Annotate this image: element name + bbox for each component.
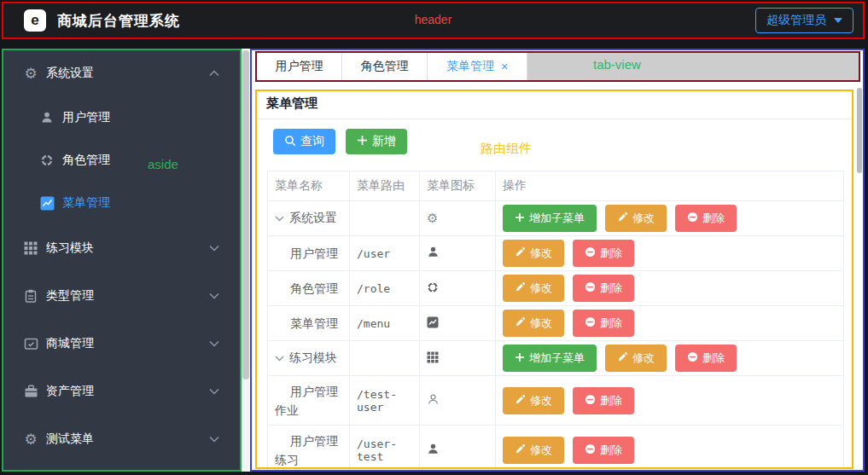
sidebar-item-practice-module[interactable]: 练习模块 [3,224,240,272]
minus-circle-icon [585,443,596,457]
sidebar-item-label: 菜单管理 [62,195,110,211]
menu-route: /user [350,236,420,271]
table-row: 系统设置 ⚙ 增加子菜单 修改 删除 [268,201,844,236]
route-component: 菜单管理 查询 新增 路由组件 菜单名称 菜单路由 菜单图标 操作 [255,90,853,469]
tab-bar: 用户管理 角色管理 菜单管理 × [255,51,860,82]
delete-button[interactable]: 删除 [573,387,634,414]
delete-button[interactable]: 删除 [573,437,634,464]
sidebar-item-menu-management[interactable]: 菜单管理 [3,182,240,224]
minus-circle-icon [687,351,698,365]
user-solid-icon [427,444,440,458]
chevron-down-icon [209,245,219,252]
sidebar-item-label: 商城管理 [46,336,94,351]
edit-button[interactable]: 修改 [503,387,564,414]
add-button[interactable]: 新增 [346,129,407,154]
table-row: 用户管理 /user 修改 删除 [268,236,844,271]
edit-icon [617,351,628,365]
sidebar-item-type-management[interactable]: 类型管理 [3,272,240,320]
menu-name: 用户管理 [275,244,349,263]
menu-route [350,201,420,236]
minus-circle-icon [585,246,596,260]
chevron-down-icon [209,388,219,395]
sidebar-item-mall-management[interactable]: 商城管理 [3,320,240,368]
sidebar-item-role-management[interactable]: 角色管理 [3,139,240,182]
edit-button[interactable]: 修改 [605,205,667,232]
col-header-actions: 操作 [496,171,844,201]
menu-table: 菜单名称 菜单路由 菜单图标 操作 系统设置 ⚙ 增加子菜单 [267,171,844,469]
sidebar-item-test-menu[interactable]: ⚙ 测试菜单 [3,415,240,463]
edit-button[interactable]: 修改 [503,310,564,337]
tab-user-management[interactable]: 用户管理 [257,53,342,80]
app-title: 商城后台管理系统 [57,11,180,31]
plus-icon [357,135,368,148]
divider [257,119,852,119]
sidebar-scrollbar[interactable] [242,49,250,472]
sidebar: ⚙ 系统设置 用户管理 角色管理 菜单管理 练习模块 [2,49,242,472]
expand-arrow-icon[interactable] [275,216,284,222]
edit-button[interactable]: 修改 [503,275,564,302]
tab-label: 用户管理 [276,59,323,74]
menu-name: 系统设置 [289,211,337,226]
edit-icon [515,394,526,408]
menu-name: 用户管理作业 [275,382,349,420]
menu-route [350,341,420,376]
tab-role-management[interactable]: 角色管理 [342,53,428,80]
menu-name: 用户管理练习 [275,432,349,469]
delete-button[interactable]: 删除 [573,240,634,267]
aside-annotation-label: aside [148,157,178,171]
tab-menu-management[interactable]: 菜单管理 × [428,53,527,80]
menu-name: 练习模块 [289,350,337,366]
col-header-menu-route: 菜单路由 [350,171,420,201]
menu-route: /menu [350,306,420,341]
minus-circle-icon [687,211,698,225]
plus-icon [515,212,525,225]
user-outline-icon [427,395,440,408]
add-child-button[interactable]: 增加子菜单 [503,205,597,232]
tab-view-annotation-label: tab-view [593,57,641,72]
sidebar-item-label: 测试菜单 [46,432,94,447]
edit-button[interactable]: 修改 [503,240,564,267]
main-scrollbar-thumb[interactable] [857,88,862,173]
grid-icon [23,240,38,256]
caret-down-icon [834,18,842,23]
tab-close-icon[interactable]: × [501,60,508,73]
chevron-down-icon [209,340,219,347]
expand-arrow-icon[interactable] [275,356,284,362]
edit-button[interactable]: 修改 [605,345,667,372]
user-solid-icon [427,247,440,261]
edit-icon [515,316,526,330]
add-child-button[interactable]: 增加子菜单 [503,345,597,372]
search-icon [284,135,296,149]
menu-route: /test-user [350,376,420,426]
tab-label: 角色管理 [361,59,409,74]
plus-icon [515,352,525,365]
col-header-menu-name: 菜单名称 [268,171,350,201]
delete-button[interactable]: 删除 [675,205,737,232]
user-icon [39,110,55,125]
gear-icon: ⚙ [23,66,38,81]
aim-icon [39,153,55,168]
sidebar-item-system-settings[interactable]: ⚙ 系统设置 [3,50,240,96]
delete-button[interactable]: 删除 [573,310,634,337]
sidebar-item-asset-management[interactable]: 资产管理 [3,368,240,415]
sidebar-scrollbar-thumb[interactable] [242,50,249,379]
delete-button[interactable]: 删除 [675,345,737,372]
briefcase-icon [23,384,38,399]
app-header: e 商城后台管理系统 header 超级管理员 [2,2,865,39]
table-row: 练习模块 增加子菜单 修改 删除 [268,341,844,376]
search-button-label: 查询 [300,134,324,149]
user-menu-label: 超级管理员 [766,13,826,28]
user-menu-button[interactable]: 超级管理员 [755,8,853,33]
search-button[interactable]: 查询 [273,129,335,154]
edit-button[interactable]: 修改 [503,437,564,464]
trend-chart-icon [427,317,439,331]
sidebar-item-label: 类型管理 [46,288,94,304]
minus-circle-icon [585,394,596,408]
delete-button[interactable]: 删除 [573,275,634,302]
menu-route: /role [350,271,420,306]
chevron-up-icon [209,70,219,77]
app-logo-icon: e [24,9,46,32]
folder-check-icon [23,336,38,351]
header-annotation-label: header [415,13,452,26]
sidebar-item-user-management[interactable]: 用户管理 [3,96,240,139]
